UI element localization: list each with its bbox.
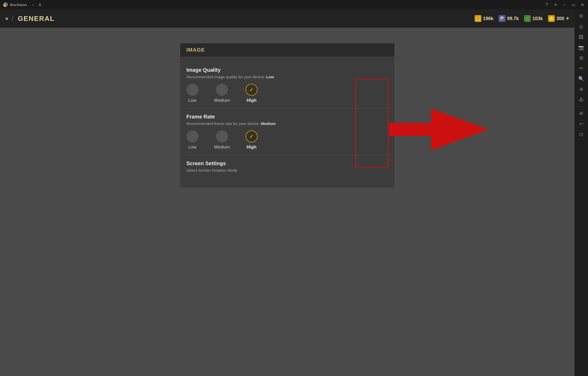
frame-rate-desc-text: Recommended frame rate for your device: — [187, 121, 261, 126]
frame-rate-options: Low Medium High — [187, 130, 388, 150]
frame-rate-label: Frame Rate — [187, 114, 388, 120]
window-controls: ? ≡ − ▭ ✕ — [544, 2, 585, 7]
resource-blue[interactable]: 📦 99.7k — [499, 15, 519, 22]
minimize-button[interactable]: − — [562, 2, 567, 7]
option-iq-high[interactable]: High — [246, 84, 258, 103]
add-resource-button[interactable]: + — [566, 15, 569, 22]
sidebar-icon-9[interactable]: 🕹 — [577, 95, 586, 104]
option-fr-low[interactable]: Low — [187, 130, 199, 150]
gold-value: 196k — [483, 16, 493, 21]
main-content: IMAGE Image Quality Recommended image qu… — [0, 28, 574, 376]
gold-icon: 💰 — [475, 15, 481, 22]
header-resources: 💰 196k 📦 99.7k 🌿 103k 🪙 300 + — [475, 15, 569, 22]
multi-instance-icon[interactable]: ⧉ — [39, 3, 41, 7]
blue-icon: 📦 — [499, 15, 505, 22]
label-iq-high: High — [247, 98, 257, 103]
app-name: BlueStacks — [10, 3, 27, 7]
close-button[interactable]: ✕ — [580, 2, 585, 7]
settings-panel: IMAGE Image Quality Recommended image qu… — [180, 43, 394, 188]
screen-settings-label: Screen Settings — [187, 160, 388, 166]
sidebar-grid-icon[interactable]: ⊡ — [577, 130, 586, 139]
help-icon[interactable]: ? — [544, 2, 549, 7]
radio-fr-low[interactable] — [187, 130, 199, 142]
frame-rate-group: Frame Rate Recommended frame rate for yo… — [187, 109, 388, 155]
arrow-svg — [389, 109, 488, 150]
sidebar-icon-8[interactable]: ⊕ — [577, 85, 586, 94]
section-title: IMAGE — [180, 43, 394, 57]
sidebar-icon-3[interactable]: 🖼 — [577, 32, 586, 42]
option-iq-medium[interactable]: Medium — [214, 84, 230, 103]
radio-iq-low[interactable] — [187, 84, 199, 96]
image-quality-options: Low Medium High — [187, 84, 388, 103]
radio-fr-high[interactable] — [246, 130, 258, 142]
sidebar-icon-2[interactable]: ◎ — [577, 22, 586, 31]
page-title: GENERAL — [18, 15, 55, 23]
title-bar: BlueStacks ⌂ ⧉ ? ≡ − ▭ ✕ — [0, 0, 588, 9]
back-button[interactable]: « — [5, 15, 7, 22]
panel-body: Image Quality Recommended image quality … — [180, 57, 394, 188]
radio-iq-medium[interactable] — [216, 84, 228, 96]
yellow-icon: 🪙 — [548, 15, 555, 22]
header-bar: « / GENERAL 💰 196k 📦 99.7k 🌿 103k 🪙 300 … — [0, 9, 574, 28]
screen-settings-group: Screen Settings Select Screen Rotation M… — [187, 155, 388, 182]
resource-green[interactable]: 🌿 103k — [524, 15, 543, 22]
option-fr-high[interactable]: High — [246, 130, 258, 150]
svg-marker-0 — [389, 109, 488, 150]
option-fr-medium[interactable]: Medium — [214, 130, 230, 150]
screen-settings-desc: Select Screen Rotation Mode — [187, 168, 388, 172]
restore-button[interactable]: ▭ — [571, 2, 576, 7]
image-quality-label: Image Quality — [187, 67, 388, 73]
sidebar-divider — [577, 106, 585, 107]
option-iq-low[interactable]: Low — [187, 84, 199, 103]
green-icon: 🌿 — [524, 15, 531, 22]
blue-value: 99.7k — [507, 16, 519, 21]
frame-rate-desc: Recommended frame rate for your device: … — [187, 121, 388, 126]
image-quality-desc-text: Recommended image quality for your devic… — [187, 75, 266, 79]
radio-fr-medium[interactable] — [216, 130, 228, 142]
radio-iq-high[interactable] — [246, 84, 258, 96]
sidebar-settings-icon[interactable]: ⚙ — [577, 109, 586, 118]
title-bar-nav-icons: ⌂ ⧉ — [32, 3, 41, 7]
sidebar-icon-7[interactable]: 🔍 — [577, 74, 586, 83]
bluestacks-logo — [3, 2, 8, 7]
right-sidebar: ⚙ ◎ 🖼 📷 ⊞ ✏ 🔍 ⊕ 🕹 ⚙ ↩ ⊡ — [574, 9, 588, 376]
sidebar-icon-1[interactable]: ⚙ — [577, 11, 586, 21]
header-divider: / — [11, 14, 14, 23]
resource-gold[interactable]: 💰 196k — [475, 15, 493, 22]
label-fr-low: Low — [188, 145, 196, 150]
label-iq-medium: Medium — [214, 98, 230, 103]
menu-icon[interactable]: ≡ — [553, 2, 558, 7]
image-quality-recommended: Low — [266, 75, 274, 79]
green-value: 103k — [532, 16, 543, 21]
resource-yellow[interactable]: 🪙 300 + — [548, 15, 569, 22]
label-fr-high: High — [247, 145, 257, 150]
red-arrow — [389, 109, 488, 150]
image-quality-desc: Recommended image quality for your devic… — [187, 75, 388, 79]
sidebar-icon-5[interactable]: ⊞ — [577, 53, 586, 63]
sidebar-icon-6[interactable]: ✏ — [577, 64, 586, 73]
label-fr-medium: Medium — [214, 145, 230, 150]
frame-rate-recommended: Medium — [261, 121, 276, 126]
label-iq-low: Low — [188, 98, 196, 103]
yellow-value: 300 — [556, 16, 564, 21]
image-quality-group: Image Quality Recommended image quality … — [187, 62, 388, 109]
sidebar-back-icon[interactable]: ↩ — [577, 119, 586, 129]
home-icon[interactable]: ⌂ — [32, 3, 34, 7]
sidebar-icon-4[interactable]: 📷 — [577, 43, 586, 52]
